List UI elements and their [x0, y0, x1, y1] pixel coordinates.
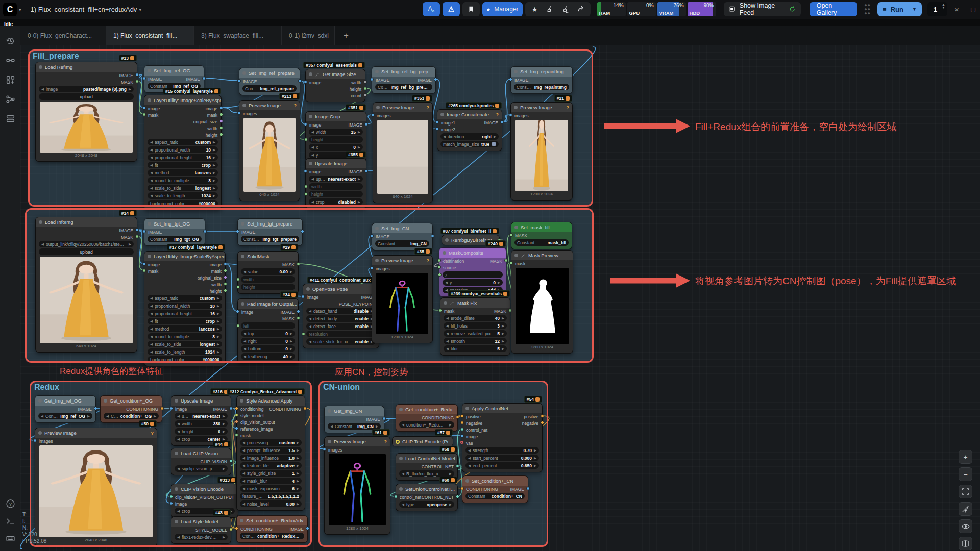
node-image_concat[interactable]: #265 comfyui-kjnodesImage Concatenate?im… — [437, 109, 502, 151]
output-port[interactable] — [224, 276, 227, 279]
node-header[interactable]: Image Crop — [306, 112, 366, 121]
widget-round-to-multiple[interactable]: ◀round_to_multiple8▶ — [144, 333, 225, 340]
node-header[interactable]: Apply ControlNet — [462, 404, 542, 413]
node-header[interactable]: Set_mask_fill — [511, 222, 572, 232]
collapse-dot-icon[interactable] — [444, 301, 447, 305]
node-header[interactable]: Set_Img_tgt_prepare — [238, 219, 302, 229]
input-port[interactable] — [435, 127, 439, 131]
help-icon[interactable]: ? — [426, 105, 429, 110]
output-port[interactable] — [160, 407, 164, 410]
input-port[interactable] — [236, 230, 239, 233]
widget-width[interactable]: width — [306, 183, 366, 190]
input-port[interactable] — [235, 420, 238, 423]
mute-ring-icon[interactable] — [396, 440, 400, 444]
tab-4[interactable]: 0-1) i2mv_sdxl — [282, 26, 335, 45]
node-header[interactable]: Load CLIP Vision — [172, 448, 231, 458]
broom2-icon[interactable] — [558, 5, 573, 14]
input-port[interactable] — [370, 234, 374, 238]
input-port[interactable] — [460, 441, 463, 444]
node-header[interactable]: Set_Img_tgt_OG — [144, 219, 205, 229]
widget-remove-isolated-pixels[interactable]: ◀remove_isolated_pixels5▶ — [440, 330, 510, 337]
input-port[interactable] — [169, 407, 173, 410]
node-header[interactable]: Image Concatenate? — [437, 110, 502, 119]
input-port[interactable] — [460, 487, 464, 490]
widget-resolution[interactable]: resolution — [303, 330, 379, 338]
widget-background-color[interactable]: background_color#000000 — [144, 199, 221, 207]
collapse-dot-icon[interactable] — [514, 254, 518, 257]
collapse-dot-icon[interactable] — [175, 399, 178, 403]
widget-noise-level[interactable]: ◀noise_level0.00▶ — [237, 500, 305, 508]
input-port[interactable] — [460, 428, 464, 431]
collapse-dot-icon[interactable] — [328, 409, 331, 413]
collapse-dot-icon[interactable] — [375, 227, 379, 230]
star-icon[interactable]: ★ — [527, 6, 543, 13]
input-port[interactable] — [509, 78, 512, 81]
widget-constant[interactable]: Constantcondition+_CN — [462, 492, 528, 500]
node-header[interactable]: Mask Preview — [511, 251, 573, 260]
input-port[interactable] — [371, 113, 375, 117]
output-port[interactable] — [303, 407, 307, 410]
node-header[interactable]: CLIP Text Encode (Pr — [393, 437, 453, 446]
node-header[interactable]: Set_Img_repaintImg — [511, 67, 572, 77]
widget-height[interactable]: height — [306, 136, 366, 143]
tab-3[interactable]: 3) Flux_swapface_fill... — [194, 26, 282, 45]
output-port[interactable] — [363, 93, 367, 97]
node-header[interactable]: Get_condition+_Redu... — [396, 405, 457, 414]
node-header[interactable]: Upscale Image — [306, 159, 366, 168]
collapse-dot-icon[interactable] — [175, 487, 178, 491]
widget-scale-stick-for-xi-[interactable]: ◀scale_stick_for_xi ...enable▶ — [303, 338, 379, 345]
collapse-dot-icon[interactable] — [399, 408, 403, 411]
widget-width[interactable]: width — [238, 276, 298, 283]
widget-strength[interactable]: ◀strength0.70▶ — [462, 446, 542, 454]
node-clip_text_encode[interactable]: #57CLIP Text Encode (Pr — [392, 436, 453, 446]
widget-match-image-size[interactable]: match_image_sizetrue — [437, 140, 502, 148]
widget-blur[interactable]: ◀blur5▶ — [440, 345, 510, 353]
widget-direction[interactable]: ◀directionright▶ — [437, 133, 502, 140]
help-icon[interactable]: ? — [151, 430, 154, 436]
widget-fit[interactable]: ◀fitcrop▶ — [144, 317, 225, 325]
input-port[interactable] — [509, 113, 512, 117]
widget-sigclip-vision-patch1-[interactable]: ◀sigclip_vision_patch1 ...▶ — [172, 465, 231, 472]
widget-detect-face[interactable]: ◀detect_faceenable▶ — [303, 322, 379, 330]
drag-handle-icon[interactable]: ●●●●●● — [864, 3, 871, 15]
input-port[interactable] — [323, 447, 326, 451]
node-set_img_ref_prepare[interactable]: Set_Img_ref_prepareIMAGEConstantImg_ref_… — [239, 68, 300, 95]
widget-proportional-width[interactable]: ◀proportional_width10▶ — [144, 302, 225, 310]
node-load_clip_vision[interactable]: #44Load CLIP VisionCLIP_VISION◀sigclip_v… — [171, 448, 231, 475]
widget-fill-holes[interactable]: ◀fill_holes3▶ — [440, 322, 510, 330]
translate-button[interactable]: Aa — [423, 2, 440, 16]
node-preview_50[interactable]: #50Preview Image?images 2048 x 2048 — [35, 428, 157, 546]
input-port[interactable] — [235, 427, 238, 430]
node-set_img_tgt_og[interactable]: Set_Img_tgt_OGIMAGEConstantImg_tgt_OG — [144, 218, 205, 246]
keyboard-icon[interactable] — [0, 530, 20, 547]
widget-end-percent[interactable]: ◀end_percent0.650▶ — [462, 462, 542, 469]
output-port[interactable] — [219, 106, 223, 110]
help-icon[interactable]: ? — [0, 495, 20, 512]
node-header[interactable]: Load ControlNet Model — [396, 454, 457, 463]
widget-constant[interactable]: ConstantImg_tgt_prepare — [238, 235, 302, 243]
components-icon[interactable] — [0, 71, 20, 88]
output-port[interactable] — [363, 87, 367, 90]
node-preview_35[interactable]: #35Preview Image?images 1280 x 1024 — [372, 255, 433, 343]
node-set_img_repaint[interactable]: Set_Img_repaintImgIMAGEConstantImg_repai… — [510, 66, 573, 94]
output-port[interactable] — [219, 113, 223, 116]
bookmark-button[interactable] — [462, 2, 480, 16]
output-port[interactable] — [202, 77, 206, 80]
output-port[interactable] — [526, 487, 530, 490]
widget-erode-dilate[interactable]: ◀erode_dilate40▶ — [440, 314, 510, 322]
input-port[interactable] — [142, 106, 146, 110]
help-icon[interactable]: ? — [566, 105, 569, 110]
tab-1[interactable]: 0-0) Flux_genCharact... — [20, 26, 106, 45]
workflow-title[interactable]: 1) Flux_consistant_fill+cn+reduxAdv — [31, 6, 137, 13]
widget-method[interactable]: ◀methodlanczos▶ — [144, 325, 225, 333]
node-header[interactable]: OpenPose Pose — [303, 284, 379, 294]
stepper-arrows-icon[interactable]: ▲▼ — [942, 3, 945, 9]
widget-aspect-ratio[interactable]: ◀aspect_ratiocustom▶ — [144, 138, 221, 146]
widget-cons-[interactable]: ◀Cons ...condition+_OG▶ — [101, 412, 162, 420]
collapse-dot-icon[interactable] — [148, 255, 151, 258]
widget-smooth[interactable]: ◀smooth12▶ — [440, 337, 510, 345]
widget-feature-blend-[interactable]: ◀feature_blend_ ...adaptive▶ — [237, 462, 305, 469]
node-load_refimg[interactable]: #13Load RefImgIMAGEMASK◀imagepasted/imag… — [35, 62, 137, 162]
collapse-dot-icon[interactable] — [514, 226, 518, 229]
collapse-dot-icon[interactable] — [309, 162, 312, 165]
